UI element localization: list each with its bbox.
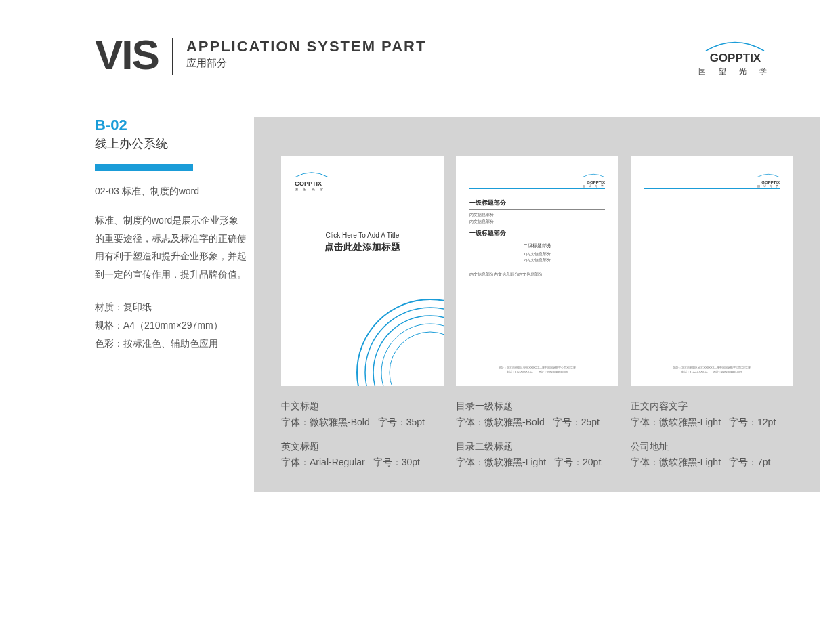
logo-subtitle: 国 望 光 学 [698,66,772,77]
svg-point-4 [357,299,444,386]
caption-title: 目录一级标题 [456,398,618,415]
toc-text: 内文信息部分 [469,219,605,226]
logo-text: GOPPTIX [698,51,772,65]
title-block: APPLICATION SYSTEM PART 应用部分 [186,38,426,70]
page-logo-sub: 国 望 光 学 [757,184,780,188]
page-logo-small: GOPPTIX 国 望 光 学 [582,168,605,188]
caption-size: 字号：30pt [373,455,420,471]
toc-content: 一级标题部分 内文信息部分 内文信息部分 一级标题部分 二级标题部分 1.内文信… [469,198,605,278]
page-header-line [644,188,780,189]
toc-item: 2.内文信息部分 [469,257,605,264]
logo-arc-icon [705,41,765,51]
page-header-line [469,188,605,189]
captions-row: 中文标题 字体：微软雅黑-Bold字号：35pt 英文标题 字体：Arial-R… [281,398,793,479]
cover-title-block: Click Here To Add A Title 点击此处添加标题 [295,232,430,253]
caption-group: 正文内容文字 字体：微软雅黑-Light字号：12pt [631,398,793,431]
caption-title: 中文标题 [281,398,444,415]
toc-body: 内文信息部分内文信息部分内文信息部分 [469,272,605,278]
caption-font: 字体：微软雅黑-Bold [456,415,545,431]
header: VIS APPLICATION SYSTEM PART 应用部分 GOPPTIX… [0,0,840,77]
spec-material: 材质：复印纸 [95,298,247,316]
page-logo-text: GOPPTIX [295,180,430,187]
caption-group: 公司地址 字体：微软雅黑-Light字号：7pt [631,439,793,471]
title-english: APPLICATION SYSTEM PART [186,38,426,56]
page-logo-sub: 国 望 光 学 [295,187,430,191]
caption-title: 目录二级标题 [456,439,618,455]
vertical-divider [172,38,173,75]
toc-text: 内文信息部分 [469,212,605,219]
content: B-02 线上办公系统 02-03 标准、制度的word 标准、制度的word是… [0,89,840,492]
page-footer: 地址：北京市朝阳区望京XXXXXX—座中国国际航空公司X层X座 电话：872-X… [644,366,780,374]
footer-contact: 电话：872-XXXXXXX 网址：www.gopptix.com [644,370,780,374]
preview-area: GOPPTIX 国 望 光 学 Click Here To Add A Titl… [254,117,820,492]
pages-row: GOPPTIX 国 望 光 学 Click Here To Add A Titl… [281,156,793,386]
sidebar: B-02 线上办公系统 02-03 标准、制度的word 标准、制度的word是… [95,117,247,492]
caption-size: 字号：35pt [378,415,425,431]
svg-point-0 [390,332,444,386]
caption-font: 字体：微软雅黑-Light [631,415,721,431]
logo-arc-icon [295,171,329,177]
title-chinese: 应用部分 [186,57,426,70]
caption-size: 字号：12pt [729,415,776,431]
brand-logo: GOPPTIX 国 望 光 学 [698,41,772,77]
page-body: GOPPTIX 国 望 光 学 地址：北京市朝阳区望京XXXXXX—座中国国际航… [631,156,793,386]
spec-format: 规格：A4（210mm×297mm） [95,316,247,335]
section-code: B-02 [95,117,247,134]
caption-group: 目录一级标题 字体：微软雅黑-Bold字号：25pt [456,398,618,431]
caption-col: 中文标题 字体：微软雅黑-Bold字号：35pt 英文标题 字体：Arial-R… [281,398,444,479]
page-logo: GOPPTIX 国 望 光 学 [295,168,430,191]
spec-color: 色彩：按标准色、辅助色应用 [95,335,247,353]
description: 标准、制度的word是展示企业形象的重要途径，标志及标准字的正确使用有利于塑造和… [95,211,247,283]
caption-size: 字号：20pt [554,455,601,471]
logo-arc-icon [757,173,780,177]
logo-arc-icon [582,173,605,177]
caption-font: 字体：微软雅黑-Bold [281,415,370,431]
caption-col: 正文内容文字 字体：微软雅黑-Light字号：12pt 公司地址 字体：微软雅黑… [631,398,793,479]
page-logo-sub: 国 望 光 学 [582,184,605,188]
page-toc: GOPPTIX 国 望 光 学 一级标题部分 内文信息部分 内文信息部分 一级标… [456,156,618,386]
decorative-arcs-icon [342,285,444,386]
cover-title-en: Click Here To Add A Title [295,232,430,239]
caption-group: 目录二级标题 字体：微软雅黑-Light字号：20pt [456,439,618,471]
caption-title: 正文内容文字 [631,398,793,415]
caption-col: 目录一级标题 字体：微软雅黑-Bold字号：25pt 目录二级标题 字体：微软雅… [456,398,618,479]
svg-point-1 [381,324,444,386]
caption-title: 英文标题 [281,439,444,455]
vis-mark: VIS [95,34,159,76]
page-cover: GOPPTIX 国 望 光 学 Click Here To Add A Titl… [281,156,444,386]
caption-group: 英文标题 字体：Arial-Regular字号：30pt [281,439,444,471]
cover-title-cn: 点击此处添加标题 [295,241,430,253]
section-name: 线上办公系统 [95,135,247,152]
caption-title: 公司地址 [631,439,793,455]
caption-size: 字号：25pt [553,415,600,431]
caption-font: 字体：Arial-Regular [281,455,365,471]
caption-font: 字体：微软雅黑-Light [456,455,546,471]
svg-point-3 [365,308,444,386]
toc-h1: 一级标题部分 [469,198,605,210]
header-left: VIS APPLICATION SYSTEM PART 应用部分 [95,34,426,76]
caption-group: 中文标题 字体：微软雅黑-Bold字号：35pt [281,398,444,431]
specs: 材质：复印纸 规格：A4（210mm×297mm） 色彩：按标准色、辅助色应用 [95,298,247,352]
toc-h1: 一级标题部分 [469,229,605,240]
spec-title: 02-03 标准、制度的word [95,186,247,198]
caption-font: 字体：微软雅黑-Light [631,455,721,471]
footer-contact: 电话：872-XXXXXXX 网址：www.gopptix.com [469,370,605,374]
page-footer: 地址：北京市朝阳区望京XXXXXX—座中国国际航空公司X层X座 电话：872-X… [469,366,605,374]
caption-size: 字号：7pt [729,455,770,471]
toc-item: 1.内文信息部分 [469,251,605,257]
accent-bar [95,164,193,171]
page-logo-small: GOPPTIX 国 望 光 学 [757,168,780,188]
toc-h2: 二级标题部分 [469,243,605,249]
